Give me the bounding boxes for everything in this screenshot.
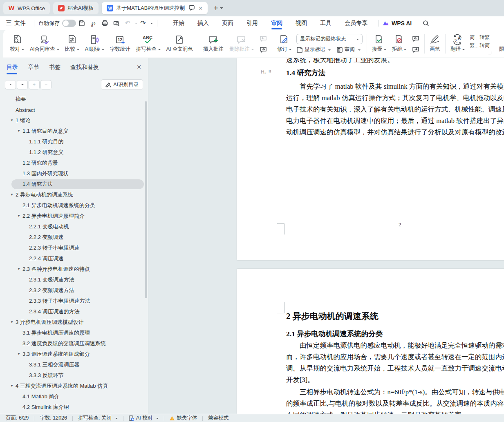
wps-ai-button[interactable]: WPS AI [383,20,412,27]
collapse-triangle-icon[interactable]: ▼ [17,267,20,271]
toc-item[interactable]: 3.1 异步电机调压调速的原理 [0,328,148,338]
previous-change-icon[interactable] [411,35,420,43]
collapse-triangle-icon[interactable]: ▼ [10,118,13,122]
drag-handle-icon[interactable]: ⠿ [268,69,271,75]
ai-contract-review-button[interactable]: AI合同审查 [29,33,60,53]
ai-read-aloud-button[interactable]: AI朗读 [84,33,105,53]
insert-comment-button[interactable]: 插入批注 [202,33,224,53]
next-comment-icon[interactable] [259,46,268,54]
menu-insert[interactable]: 插入 [191,16,215,30]
toc-expand-button[interactable] [5,80,16,89]
menu-reference[interactable]: 引用 [240,16,264,30]
toc-item[interactable]: 摘要 [0,94,148,105]
spell-check-button[interactable]: ABC 拼写检查 [135,33,161,53]
restrict-editing-button[interactable]: 限制编辑 [498,33,504,53]
toc-item[interactable]: 2.2.3 转子串电阻调速 [0,243,148,253]
proofread-button[interactable]: 校对 [9,33,25,53]
new-tab-button[interactable]: + [213,4,218,13]
collapse-triangle-icon[interactable]: ▼ [17,352,20,356]
status-word-count[interactable]: 字数: 12026 [40,415,67,422]
toc-item[interactable]: 2.2.4 调压调速 [0,253,148,264]
tab-document-active[interactable]: W 基于MATLAB的调压调速控制 ✕ [102,2,208,14]
redo-chevron-icon[interactable] [150,23,153,25]
next-change-icon[interactable] [411,46,420,54]
menu-file[interactable]: 文件 [14,20,26,27]
to-traditional-button[interactable]: 简→ 转繁 [470,34,490,41]
status-page-indicator[interactable]: 页面: 6/29 [6,415,29,422]
toc-item[interactable]: 1.4 研究方法 [0,179,148,190]
ai-polish-button[interactable]: AI 全文润色 [166,33,194,53]
show-markup-button[interactable]: 显示标记 [296,46,331,53]
toc-item[interactable]: 2.3.3 转子串电阻调速方法 [0,296,148,306]
menu-home[interactable]: 开始 [166,16,191,30]
collapse-triangle-icon[interactable]: ▼ [17,214,20,218]
collapse-triangle-icon[interactable]: ▼ [10,384,13,388]
toc-item[interactable]: 1.2 研究的背景 [0,158,148,168]
save-icon[interactable] [77,19,86,28]
collapse-triangle-icon[interactable]: ▼ [10,193,13,196]
status-missing-font[interactable]: 缺失字体 [170,415,197,422]
toc-item[interactable]: ▼3.3 调压调速系统的组成部分 [0,349,148,359]
menu-view[interactable]: 视图 [289,16,314,30]
status-spellcheck[interactable]: 拼写检查: 关闭 [78,415,118,422]
toc-item[interactable]: 2.3.1 变极调速方法 [0,275,148,285]
menu-page[interactable]: 页面 [215,16,240,30]
toc-item[interactable]: 1.1.1 研究目的 [0,136,148,147]
toc-collapse-button[interactable] [17,80,28,89]
sidebar-tab-chapters[interactable]: 章节 [28,58,39,77]
toc-item[interactable]: 3.3.3 反馈环节 [0,370,148,381]
sidebar-scrollbar-thumb[interactable] [145,101,147,298]
tab-close-icon[interactable]: ✕ [198,5,203,11]
collapse-triangle-icon[interactable]: ▼ [17,129,20,133]
toc-item[interactable]: 1.3 国内外研究现状 [0,168,148,179]
to-simplified-button[interactable]: 繁→ 转简 [470,42,490,49]
hamburger-menu-icon[interactable]: 三 [6,19,12,27]
redo-icon[interactable]: ↷ [139,19,148,28]
toc-item[interactable]: Abstract [0,105,148,115]
toc-item[interactable]: ▼1 绪论 [0,115,148,126]
tab-wps-office[interactable]: W WPS Office [3,2,50,14]
tab-comment-icon[interactable] [189,5,195,12]
group-expand-icon[interactable] [488,51,491,54]
autosave-toggle[interactable] [62,20,76,27]
compare-button[interactable]: 比较 [64,33,80,53]
menu-tools[interactable]: 工具 [314,16,338,30]
tab-docer-templates[interactable]: 稻壳AI模板 [53,2,99,14]
translate-button[interactable]: 文A 翻译 [450,33,466,53]
collapse-triangle-icon[interactable]: ▼ [10,320,13,324]
toc-item[interactable]: ▼1.1 研究目的及意义 [0,126,148,136]
toc-item[interactable]: 2.1 异步电动机调速系统的分类 [0,200,148,211]
document-page-1[interactable]: 速系统，极大地推动了工业的发展。 H₂ ⠿ 1.4 研究方法 首先学习了 mat… [237,58,504,260]
toc-item[interactable]: 3.3.1 三相交流调压器 [0,359,148,370]
markup-state-dropdown[interactable]: 显示标记的最终状态 [296,34,363,44]
document-page-2[interactable]: 2 异步电动机的调速系统 2.1 异步电动机调速系统的分类 由恒定频率电源供电的… [237,269,504,414]
toc-item[interactable]: ▼4 三相交流调压调速系统的 Matlab 仿真 [0,381,148,391]
word-count-button[interactable]: 12 字数统计 [109,33,131,53]
export-pdf-icon[interactable]: ℘ [89,19,98,28]
status-compat-mode[interactable]: 兼容模式 [208,415,228,422]
sidebar-close-icon[interactable]: ✕ [137,64,141,70]
tab-list-chevron-icon[interactable] [220,7,223,11]
sidebar-tab-find-replace[interactable]: 查找和替换 [70,58,99,77]
toc-item[interactable]: ▼3 异步电机调压调速模型设计 [0,317,148,328]
status-ai-proofread[interactable]: AI 校对 [129,415,159,422]
ai-recognize-toc-button[interactable]: AI识别目录 [101,79,143,90]
search-icon[interactable] [421,19,430,28]
toc-item[interactable]: 2.3.2 变频调速方法 [0,285,148,296]
print-icon[interactable] [100,19,109,28]
accept-button[interactable]: 接受 [371,33,387,53]
menu-review[interactable]: 审阅 [264,16,289,30]
reject-button[interactable]: 拒绝 [391,33,407,53]
menu-member[interactable]: 会员专享 [338,16,374,30]
toc-item[interactable]: 1.1.2 研究意义 [0,147,148,158]
toc-item[interactable]: ▼2.2 异步电机调速原理简介 [0,211,148,221]
toc-item[interactable]: ▼2.3 各种异步电机调速的特点 [0,264,148,275]
toc-item[interactable]: 2.2.1 变极电动机 [0,221,148,232]
track-changes-button[interactable]: 修订 [276,33,292,53]
print-preview-icon[interactable] [112,19,121,28]
toc-item[interactable]: 3.2 速度负反馈的交流调压调速系统 [0,338,148,349]
toc-item[interactable]: 4.1 Matlab 简介 [0,391,148,402]
sidebar-tab-bookmarks[interactable]: 书签 [49,58,60,77]
review-pane-button[interactable]: 审阅 [336,46,361,53]
toc-item[interactable]: ▼2 异步电动机的调速系统 [0,190,148,200]
